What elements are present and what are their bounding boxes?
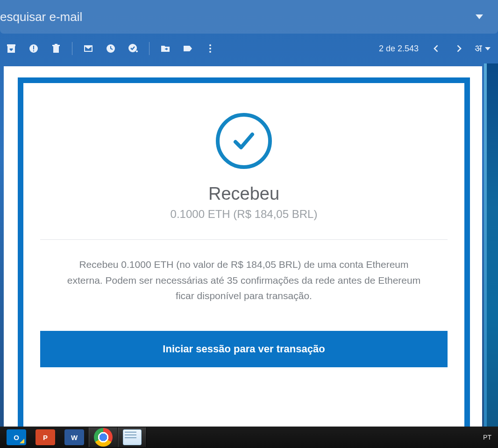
chevron-down-icon bbox=[485, 47, 491, 50]
svg-rect-3 bbox=[55, 44, 57, 45]
taskbar-tray: PT bbox=[483, 434, 496, 441]
notepad-icon bbox=[123, 429, 142, 445]
divider bbox=[40, 239, 448, 240]
windows-taskbar: O P W PT bbox=[0, 427, 498, 448]
svg-point-6 bbox=[209, 44, 211, 46]
svg-rect-1 bbox=[33, 46, 34, 49]
toolbar-divider bbox=[149, 42, 149, 55]
content-area: Recebeu 0.1000 ETH (R$ 184,05 BRL) Receb… bbox=[0, 63, 498, 427]
gmail-toolbar: 2 de 2.543 अ bbox=[0, 34, 498, 63]
message-panel: Recebeu 0.1000 ETH (R$ 184,05 BRL) Receb… bbox=[4, 66, 482, 427]
move-to-button[interactable] bbox=[159, 42, 172, 55]
delete-button[interactable] bbox=[50, 42, 63, 55]
svg-rect-2 bbox=[33, 50, 34, 51]
word-icon: W bbox=[64, 429, 84, 445]
email-body-text: Recebeu 0.1000 ETH (no valor de R$ 184,0… bbox=[66, 257, 421, 304]
email-body-frame: Recebeu 0.1000 ETH (R$ 184,05 BRL) Receb… bbox=[18, 77, 470, 427]
add-task-button[interactable] bbox=[127, 42, 140, 55]
desktop-strip bbox=[484, 63, 498, 427]
next-message-button[interactable] bbox=[452, 42, 465, 55]
svg-point-7 bbox=[209, 48, 211, 49]
snooze-button[interactable] bbox=[104, 42, 117, 55]
taskbar-chrome[interactable] bbox=[89, 427, 118, 447]
outlook-icon: O bbox=[7, 429, 26, 445]
chrome-icon bbox=[94, 428, 113, 447]
email-subtitle: 0.1000 ETH (R$ 184,05 BRL) bbox=[171, 208, 318, 221]
taskbar-powerpoint[interactable]: P bbox=[31, 427, 60, 447]
input-language-button[interactable]: अ bbox=[475, 42, 493, 55]
taskbar-notepad[interactable] bbox=[118, 427, 147, 447]
email-content: Recebeu 0.1000 ETH (R$ 184,05 BRL) Receb… bbox=[23, 83, 464, 427]
svg-point-8 bbox=[209, 51, 211, 53]
lang-glyph-icon: अ bbox=[475, 42, 482, 55]
taskbar-outlook[interactable]: O bbox=[2, 427, 31, 447]
toolbar-divider bbox=[72, 42, 72, 55]
check-circle-icon bbox=[216, 113, 272, 169]
label-button[interactable] bbox=[181, 42, 194, 55]
taskbar-word[interactable]: W bbox=[60, 427, 89, 447]
archive-button[interactable] bbox=[5, 42, 18, 55]
keyboard-lang[interactable]: PT bbox=[483, 434, 491, 441]
mark-unread-button[interactable] bbox=[82, 42, 95, 55]
prev-message-button[interactable] bbox=[430, 42, 443, 55]
report-spam-button[interactable] bbox=[27, 42, 40, 55]
signin-view-transaction-button[interactable]: Iniciar sessão para ver transação bbox=[40, 331, 448, 367]
more-button[interactable] bbox=[204, 42, 217, 55]
email-title: Recebeu bbox=[208, 184, 279, 204]
search-placeholder: esquisar e-mail bbox=[0, 10, 82, 24]
powerpoint-icon: P bbox=[36, 429, 55, 445]
search-bar[interactable]: esquisar e-mail bbox=[0, 0, 498, 34]
pagination-indicator: 2 de 2.543 bbox=[379, 44, 420, 54]
search-options-chevron-icon[interactable] bbox=[476, 14, 483, 19]
